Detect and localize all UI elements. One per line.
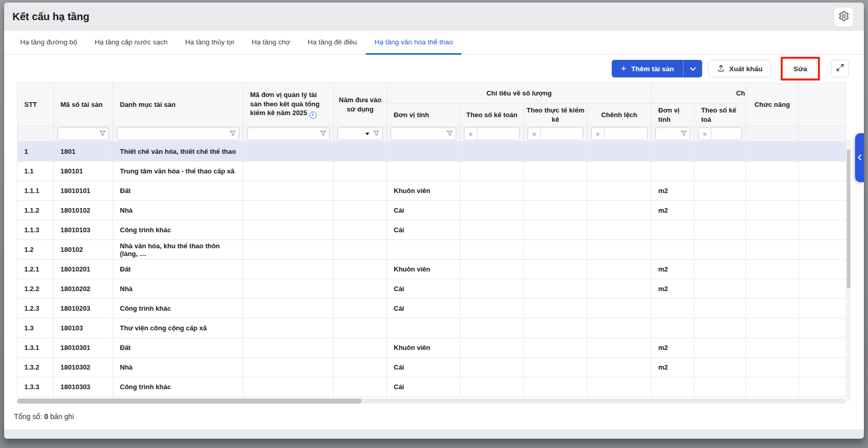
table-cell <box>243 181 334 201</box>
filter-input-don-vi-1[interactable] <box>394 128 446 140</box>
add-asset-button[interactable]: + Thêm tài sản <box>612 65 684 73</box>
table-cell <box>243 299 334 318</box>
table-cell <box>799 181 846 201</box>
settings-button[interactable] <box>834 7 854 27</box>
table-cell <box>460 142 524 162</box>
tab-ha-tang-thuy-loi[interactable]: Hạ tầng thủy lợi <box>176 31 243 55</box>
col-header-nam-dua-vao[interactable]: Năm đưa vào sử dụng <box>334 83 387 126</box>
fullscreen-button[interactable] <box>831 60 849 77</box>
filter-funnel-icon[interactable] <box>229 130 236 138</box>
add-asset-label: Thêm tài sản <box>631 65 674 73</box>
table-cell: Khuôn viên <box>387 181 460 201</box>
table-cell <box>524 260 587 279</box>
col-header-chuc-nang[interactable]: Chức năng <box>746 83 799 126</box>
table-cell <box>524 240 587 260</box>
table-row[interactable]: 1.3.318010303Công trình khácCái <box>18 377 846 397</box>
table-cell <box>694 279 746 299</box>
table-row[interactable]: 1.2180102Nhà văn hóa, khu thể thao thôn … <box>18 240 846 260</box>
filter-cell-ma-so <box>54 126 113 142</box>
table-cell <box>746 338 799 358</box>
table-row[interactable]: 1.3.218010302NhàCáim2 <box>18 358 846 377</box>
col-header-chenh-lech[interactable]: Chênh lệch <box>587 104 652 126</box>
col-header-don-vi-tinh-1[interactable]: Đơn vị tính <box>387 104 460 126</box>
export-button[interactable]: Xuất khẩu <box>708 60 771 77</box>
filter-select-nam[interactable] <box>341 128 365 140</box>
table-row[interactable]: 1.1180101Trung tâm văn hóa - thể thao cấ… <box>18 162 846 181</box>
col-header-theo-thuc-te-kiem-ke[interactable]: Theo thực tế kiểm kê <box>524 104 587 126</box>
table-row[interactable]: 11801Thiết chế văn hóa, thiết chế thể th… <box>18 142 846 162</box>
table-cell <box>334 260 387 279</box>
table-cell <box>334 162 387 181</box>
filter-input-ma-don-vi[interactable] <box>251 128 320 140</box>
add-asset-dropdown-button[interactable] <box>683 60 702 77</box>
filter-input-thuc-te[interactable] <box>541 128 583 140</box>
filter-funnel-icon[interactable] <box>680 130 687 138</box>
col-header-don-vi-tinh-2[interactable]: Đơn vị tính <box>652 104 694 126</box>
table-footer: Tổng số: 0 bản ghi <box>4 404 864 421</box>
dropdown-caret-icon[interactable] <box>365 133 369 135</box>
filter-input-ma-so[interactable] <box>61 128 99 140</box>
vertical-scrollbar-thumb[interactable] <box>847 150 850 288</box>
filter-funnel-icon[interactable] <box>99 130 106 138</box>
group-header-so-luong: Chỉ tiêu về số lượng <box>387 83 652 104</box>
side-panel-toggle[interactable] <box>855 133 864 182</box>
filter-funnel-icon[interactable] <box>446 130 453 138</box>
col-header-theo-so-ke-toan-1[interactable]: Theo số kế toán <box>460 104 524 126</box>
col-header-ma-don-vi[interactable]: Mã đơn vị quản lý tài sản theo kết quả t… <box>243 83 334 126</box>
edit-button[interactable]: Sửa <box>784 60 817 77</box>
filter-cell-filler <box>799 126 846 142</box>
tab-ha-tang-van-hoa-the-thao[interactable]: Hạ tầng văn hóa thể thao <box>366 31 462 55</box>
vertical-scrollbar[interactable] <box>847 139 850 401</box>
filter-input-chenh-lech[interactable] <box>605 128 647 140</box>
table-cell: Nhà <box>113 201 243 220</box>
table-row[interactable]: 1.1.318010103Công trình khácCái <box>18 220 846 240</box>
equals-operator[interactable]: = <box>699 128 711 140</box>
table-cell <box>799 338 846 358</box>
filter-input-so-ke-toan-2[interactable] <box>711 128 741 140</box>
table-cell <box>652 142 694 162</box>
table-row[interactable]: 1.3.118010301ĐấtKhuôn viênm2 <box>18 338 846 358</box>
table-cell <box>243 220 334 240</box>
table-cell <box>799 220 846 240</box>
table-cell: m2 <box>652 260 694 279</box>
filter-input-don-vi-2[interactable] <box>659 128 680 140</box>
table-cell <box>460 201 524 220</box>
table-row[interactable]: 1.1.118010101ĐấtKhuôn viênm2 <box>18 181 846 201</box>
filter-cell-don-vi-2 <box>652 126 694 142</box>
filter-funnel-icon[interactable] <box>373 130 380 138</box>
filter-input-danh-muc[interactable] <box>120 128 229 140</box>
table-row[interactable]: 1.3180103Thư viện công cộng cấp xã <box>18 318 846 338</box>
table-cell: m2 <box>652 358 694 377</box>
equals-operator[interactable]: = <box>592 128 605 140</box>
table-row[interactable]: 1.1.218010102NhàCáim2 <box>18 201 846 220</box>
tab-ha-tang-cho[interactable]: Hạ tầng chợ <box>243 31 299 55</box>
filter-input-so-ke-toan-1[interactable] <box>477 128 519 140</box>
col-header-theo-so-ke-toan-2[interactable]: Theo số kế toá <box>694 104 746 126</box>
table-row[interactable]: 1.2.118010201ĐấtKhuôn viênm2 <box>18 260 846 279</box>
col-header-stt[interactable]: STT <box>18 83 54 126</box>
table-row[interactable]: 1.2.218010202NhàCáim2 <box>18 279 846 299</box>
table-cell <box>799 162 846 181</box>
table-cell: 1.2.1 <box>18 260 54 279</box>
toolbar: + Thêm tài sản Xuất khẩu Sửa <box>4 55 864 83</box>
tab-ha-tang-de-dieu[interactable]: Hạ tầng đê điều <box>299 31 366 55</box>
table-cell <box>587 181 652 201</box>
equals-operator[interactable]: = <box>528 128 541 140</box>
filter-cell-so-ke-toan-1: = <box>460 126 524 142</box>
col-header-danh-muc-tai-san[interactable]: Danh mục tài sản <box>113 83 243 126</box>
filter-cell-nam <box>334 126 387 142</box>
col-header-ma-so-tai-san[interactable]: Mã số tài sản <box>54 83 113 126</box>
filter-funnel-icon[interactable] <box>320 130 327 138</box>
horizontal-scrollbar[interactable] <box>17 398 846 404</box>
filter-cell-don-vi-1 <box>387 126 460 142</box>
table-cell: 18010301 <box>54 338 113 358</box>
table-cell: Khuôn viên <box>387 338 460 358</box>
equals-operator[interactable]: = <box>464 128 477 140</box>
horizontal-scrollbar-thumb[interactable] <box>17 398 362 404</box>
table-cell: Nhà <box>113 279 243 299</box>
tab-ha-tang-cap-nuoc-sach[interactable]: Hạ tầng cấp nước sạch <box>86 31 176 55</box>
table-row[interactable]: 1.2.318010203Công trình khácCái <box>18 299 846 318</box>
tab-ha-tang-duong-bo[interactable]: Hạ tầng đường bộ <box>11 31 86 55</box>
info-icon[interactable]: i <box>309 111 317 119</box>
table-cell <box>334 377 387 397</box>
